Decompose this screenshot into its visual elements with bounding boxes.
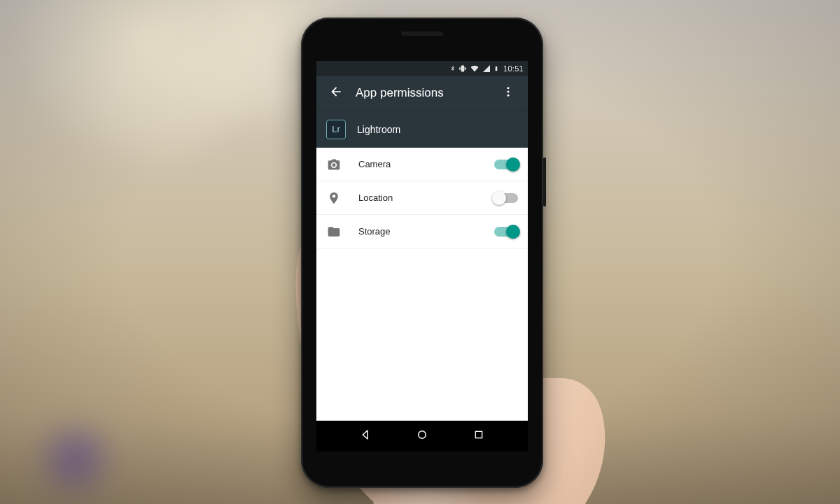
vibrate-icon — [458, 64, 467, 73]
phone-frame: 10:51 App permissions Lr Lightroom — [301, 18, 543, 488]
overflow-menu-button[interactable] — [494, 79, 522, 107]
triangle-back-icon — [359, 428, 372, 444]
svg-point-1 — [507, 91, 510, 93]
back-arrow-icon — [329, 85, 343, 102]
wifi-icon — [470, 64, 479, 73]
permission-row-storage[interactable]: Storage — [316, 215, 528, 248]
nav-home-button[interactable] — [401, 421, 443, 451]
android-nav-bar — [316, 421, 528, 451]
battery-icon — [493, 64, 499, 73]
app-icon: Lr — [326, 120, 346, 139]
permission-row-camera[interactable]: Camera — [316, 148, 528, 181]
app-icon-text: Lr — [332, 125, 340, 134]
status-bar-clock: 10:51 — [503, 64, 524, 73]
more-vert-icon — [502, 85, 514, 101]
svg-point-0 — [507, 87, 510, 89]
circle-home-icon — [416, 428, 428, 444]
permission-toggle-camera[interactable] — [494, 160, 518, 169]
camera-icon — [326, 157, 342, 172]
svg-rect-4 — [475, 431, 482, 438]
bluetooth-icon — [449, 64, 456, 73]
permission-label: Storage — [358, 226, 477, 237]
location-icon — [326, 190, 342, 206]
app-toolbar: App permissions — [316, 76, 528, 110]
app-header: Lr Lightroom — [316, 110, 528, 148]
svg-point-3 — [419, 431, 426, 439]
nav-back-button[interactable] — [344, 421, 386, 451]
back-button[interactable] — [322, 79, 350, 107]
phone-side-button — [543, 158, 546, 206]
switch-thumb — [492, 191, 506, 205]
page-title: App permissions — [356, 86, 494, 100]
status-bar: 10:51 — [316, 61, 528, 76]
switch-thumb — [506, 158, 520, 172]
square-recents-icon — [473, 429, 484, 443]
app-name: Lightroom — [357, 124, 400, 135]
phone-screen: 10:51 App permissions Lr Lightroom — [316, 61, 528, 451]
permission-toggle-location[interactable] — [494, 193, 518, 203]
svg-point-2 — [507, 94, 510, 97]
permission-label: Camera — [358, 159, 477, 169]
permission-row-location[interactable]: Location — [316, 181, 528, 215]
nav-recents-button[interactable] — [458, 421, 500, 451]
permission-list: Camera Location — [316, 148, 528, 421]
permission-label: Location — [358, 192, 477, 203]
folder-icon — [326, 224, 342, 239]
switch-thumb — [506, 225, 520, 239]
phone-speaker — [401, 31, 443, 36]
permission-toggle-storage[interactable] — [494, 227, 518, 237]
signal-icon — [482, 64, 491, 73]
